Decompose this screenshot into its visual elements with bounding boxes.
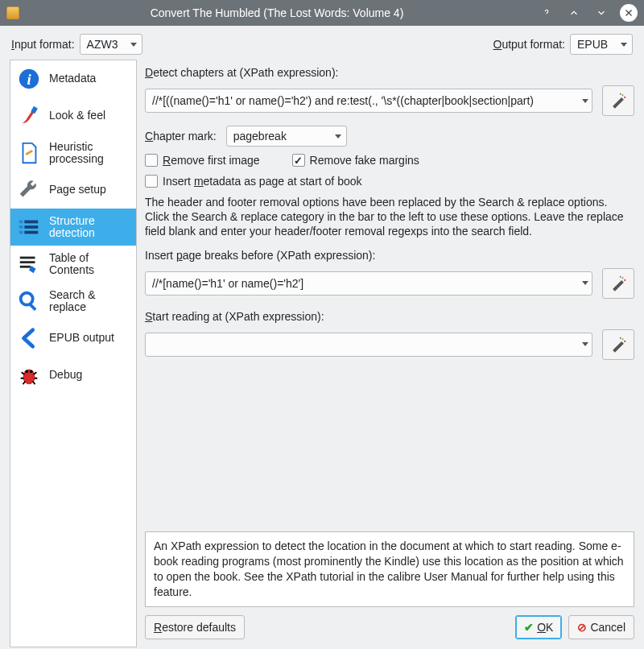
sidebar-item-label: Table of Contents — [49, 252, 131, 277]
input-format-value: AZW3 — [87, 38, 118, 51]
maximize-button[interactable] — [592, 4, 610, 22]
svg-point-17 — [30, 370, 33, 373]
info-icon: i — [15, 65, 43, 93]
document-icon — [15, 139, 43, 167]
sidebar-item-heuristic[interactable]: Heuristic processing — [10, 134, 136, 172]
start-reading-label: Start reading at (XPath expression): — [145, 310, 324, 323]
svg-rect-9 — [24, 231, 38, 234]
help-button[interactable] — [538, 4, 555, 22]
app-icon — [6, 6, 19, 19]
svg-rect-6 — [19, 231, 23, 234]
sidebar-item-search-replace[interactable]: Search & replace — [10, 283, 136, 320]
chapter-mark-label: Chapter mark: — [145, 130, 217, 143]
input-format-select[interactable]: AZW3 — [80, 34, 142, 55]
detect-chapters-combo[interactable]: //*[((name()='h1' or name()='h2') and re… — [145, 89, 592, 113]
svg-rect-8 — [24, 225, 38, 229]
window-title: Convert The Humbled (The Lost Words: Vol… — [26, 6, 528, 19]
ok-button[interactable]: ✔ OK — [515, 615, 562, 639]
svg-point-20 — [620, 93, 621, 95]
sidebar-item-metadata[interactable]: i Metadata — [10, 60, 136, 97]
chevron-left-icon — [15, 324, 43, 352]
sidebar-item-label: Structure detection — [49, 215, 131, 240]
svg-point-22 — [624, 279, 625, 280]
svg-rect-5 — [19, 225, 23, 229]
chevron-down-icon — [335, 134, 341, 138]
chapter-mark-value: pagebreak — [233, 130, 287, 143]
help-box: An XPath expression to detect the locati… — [145, 531, 634, 607]
svg-text:i: i — [27, 71, 31, 88]
chevron-down-icon — [582, 99, 588, 103]
sidebar-item-page-setup[interactable]: Page setup — [10, 172, 136, 209]
start-reading-wizard-button[interactable] — [602, 329, 634, 360]
remove-first-image-label: Remove first image — [163, 154, 260, 167]
sidebar-item-debug[interactable]: Debug — [10, 357, 136, 394]
restore-defaults-button[interactable]: Restore defaults — [145, 615, 245, 639]
page-breaks-wizard-button[interactable] — [602, 268, 634, 299]
toc-icon — [15, 250, 43, 278]
content-panel: Detect chapters at (XPath expression): /… — [137, 60, 634, 647]
output-format-label: Output format: — [493, 38, 565, 51]
info-paragraph: The header and footer removal options ha… — [145, 195, 634, 239]
page-breaks-value: //*[name()='h1' or name()='h2'] — [152, 277, 577, 290]
detect-chapters-wizard-button[interactable] — [602, 85, 634, 116]
start-reading-combo[interactable] — [145, 333, 592, 357]
search-icon — [15, 287, 43, 315]
svg-point-21 — [621, 277, 623, 279]
titlebar: Convert The Humbled (The Lost Words: Vol… — [0, 0, 644, 26]
chevron-down-icon — [130, 43, 137, 47]
sidebar: i Metadata Look & feel Heuristic process… — [10, 60, 137, 647]
chevron-down-icon — [582, 342, 588, 346]
output-format-value: EPUB — [577, 38, 608, 51]
sidebar-item-label: Debug — [49, 369, 82, 381]
svg-rect-11 — [20, 261, 35, 263]
sidebar-item-look-and-feel[interactable]: Look & feel — [10, 97, 136, 134]
insert-metadata-checkbox[interactable] — [145, 175, 158, 188]
sidebar-item-label: Look & feel — [49, 110, 105, 122]
svg-point-19 — [624, 97, 625, 98]
input-format-label: Input format: — [11, 38, 75, 51]
sidebar-item-label: EPUB output — [49, 332, 114, 344]
sidebar-item-label: Search & replace — [49, 289, 131, 314]
remove-fake-margins-checkbox[interactable] — [292, 154, 305, 167]
sidebar-item-label: Heuristic processing — [49, 141, 131, 166]
sidebar-item-label: Metadata — [49, 72, 96, 85]
svg-point-23 — [620, 275, 621, 277]
remove-fake-margins-label: Remove fake margins — [310, 154, 419, 167]
close-button[interactable] — [620, 4, 638, 22]
svg-point-13 — [21, 293, 33, 305]
svg-rect-4 — [19, 221, 23, 224]
svg-point-24 — [621, 338, 623, 340]
minimize-button[interactable] — [565, 4, 583, 22]
svg-rect-14 — [29, 304, 36, 311]
svg-point-18 — [621, 94, 623, 96]
chevron-down-icon — [621, 43, 627, 47]
svg-point-26 — [620, 337, 621, 338]
detect-chapters-label: Detect chapters at (XPath expression): — [145, 66, 338, 79]
chapter-mark-select[interactable]: pagebreak — [226, 126, 347, 147]
sidebar-item-toc[interactable]: Table of Contents — [10, 246, 136, 283]
bug-icon — [15, 362, 43, 389]
wrench-icon — [15, 176, 43, 204]
page-breaks-label: Insert page breaks before (XPath express… — [145, 249, 375, 262]
svg-point-16 — [25, 370, 28, 373]
sidebar-item-label: Page setup — [49, 184, 106, 196]
cancel-button[interactable]: ⊘ Cancel — [568, 615, 634, 639]
svg-rect-12 — [20, 266, 31, 268]
footer: Restore defaults ✔ OK ⊘ Cancel — [145, 612, 634, 647]
output-format-select[interactable]: EPUB — [570, 34, 633, 55]
svg-point-25 — [624, 340, 625, 341]
sidebar-item-structure-detection[interactable]: Structure detection — [10, 209, 136, 246]
sidebar-item-epub-output[interactable]: EPUB output — [10, 320, 136, 357]
chevron-down-icon — [582, 281, 588, 285]
insert-metadata-label: Insert metadata as page at start of book — [163, 175, 362, 188]
svg-rect-7 — [24, 221, 38, 224]
detect-chapters-value: //*[((name()='h1' or name()='h2') and re… — [152, 94, 577, 107]
format-bar: Input format: AZW3 Output format: EPUB — [0, 26, 644, 60]
list-icon — [15, 213, 43, 241]
cancel-icon: ⊘ — [577, 621, 587, 634]
remove-first-image-checkbox[interactable] — [145, 154, 158, 167]
page-breaks-combo[interactable]: //*[name()='h1' or name()='h2'] — [145, 271, 592, 296]
brush-icon — [15, 102, 43, 130]
svg-rect-10 — [20, 257, 35, 259]
check-icon: ✔ — [524, 621, 534, 634]
